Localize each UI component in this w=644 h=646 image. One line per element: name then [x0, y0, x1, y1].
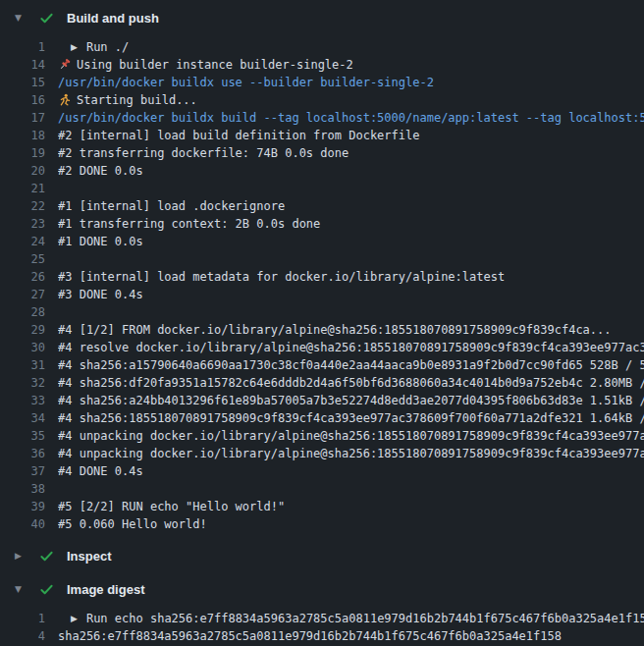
- line-number[interactable]: 39: [0, 498, 45, 515]
- log-line-text: #4 DONE 0.4s: [58, 462, 644, 480]
- line-number[interactable]: 24: [0, 233, 45, 250]
- line-number[interactable]: 25: [0, 250, 45, 268]
- log-line-text: #4 sha256:185518070891758909c9f839cf4ca3…: [58, 409, 644, 427]
- line-number[interactable]: 15: [0, 74, 45, 91]
- line-number[interactable]: 38: [0, 480, 45, 498]
- success-check-icon: [39, 549, 54, 564]
- line-number[interactable]: 31: [0, 356, 45, 374]
- line-number[interactable]: 30: [0, 339, 45, 356]
- log-line: 17 /usr/bin/docker buildx build --tag lo…: [0, 109, 644, 127]
- log-line-text: Using builder instance builder-single-2: [58, 56, 644, 74]
- log-line-text: #1 DONE 0.0s: [58, 233, 644, 250]
- log-line: 25: [0, 250, 644, 268]
- log-line-text: #4 unpacking docker.io/library/alpine@sh…: [58, 427, 644, 445]
- log-line-text: #5 [2/2] RUN echo "Hello world!": [58, 498, 644, 515]
- log-line-text: #4 resolve docker.io/library/alpine@sha2…: [58, 339, 644, 356]
- line-number[interactable]: 37: [0, 462, 45, 480]
- log-line: 28: [0, 303, 644, 321]
- log-line: 20 #2 DONE 0.0s: [0, 162, 644, 180]
- line-number[interactable]: 35: [0, 427, 45, 445]
- section-label: Image digest: [67, 582, 144, 597]
- log-line: 27 #3 DONE 0.4s: [0, 286, 644, 303]
- log-line-text: #2 DONE 0.0s: [58, 162, 644, 180]
- log-line: 18 #2 [internal] load build definition f…: [0, 127, 644, 144]
- log-line-text: [58, 303, 644, 321]
- section-label: Inspect: [67, 549, 112, 564]
- log-line: 21: [0, 180, 644, 197]
- log-line: 33 #4 sha256:a24bb4013296f61e89ba57005a7…: [0, 392, 644, 409]
- success-check-icon: [39, 582, 54, 597]
- line-number[interactable]: 40: [0, 515, 45, 533]
- line-number[interactable]: 20: [0, 162, 45, 180]
- workflow-log-viewer: ▼ Build and push 1 ▶Run ./ 14 Using buil…: [0, 0, 644, 646]
- section-header[interactable]: ▼ Image digest: [0, 576, 644, 602]
- log-section: ▶ Inspect: [0, 543, 644, 568]
- log-line-text: #4 unpacking docker.io/library/alpine@sh…: [58, 445, 644, 462]
- log-line: 34 #4 sha256:185518070891758909c9f839cf4…: [0, 409, 644, 427]
- log-line: 19 #2 transferring dockerfile: 74B 0.0s …: [0, 144, 644, 162]
- log-line-text: #1 [internal] load .dockerignore: [58, 197, 644, 215]
- log-line: 24 #1 DONE 0.0s: [0, 233, 644, 250]
- run-group-toggle-icon[interactable]: ▶: [71, 610, 78, 627]
- log-line-text: #4 sha256:df20fa9351a15782c64e6dddb2d4a6…: [58, 374, 644, 392]
- log-line: 35 #4 unpacking docker.io/library/alpine…: [0, 427, 644, 445]
- log-line-text: #2 transferring dockerfile: 74B 0.0s don…: [58, 144, 644, 162]
- log-line: 29 #4 [1/2] FROM docker.io/library/alpin…: [0, 321, 644, 339]
- log-line: 4 sha256:e7ff8834a5963a2785c5a0811e979d1…: [0, 627, 644, 645]
- section-caret-icon[interactable]: ▼: [15, 585, 27, 594]
- line-number[interactable]: 32: [0, 374, 45, 392]
- log-line-text: #1 transferring context: 2B 0.0s done: [58, 215, 644, 233]
- log-line-text: [58, 180, 644, 197]
- line-number[interactable]: 28: [0, 303, 45, 321]
- run-group-toggle-icon[interactable]: ▶: [71, 38, 78, 56]
- section-header[interactable]: ▼ Build and push: [0, 5, 644, 30]
- line-number[interactable]: 17: [0, 109, 45, 127]
- section-header[interactable]: ▶ Inspect: [0, 543, 644, 568]
- log-line-text: #5 0.060 Hello world!: [58, 515, 644, 533]
- line-number[interactable]: 4: [0, 627, 45, 645]
- log-line-text: ▶Run ./: [58, 38, 644, 56]
- log-line-text: /usr/bin/docker buildx use --builder bui…: [58, 74, 644, 91]
- log-line: 36 #4 unpacking docker.io/library/alpine…: [0, 445, 644, 462]
- line-number[interactable]: 19: [0, 144, 45, 162]
- section-log-lines: 1 ▶Run echo sha256:e7ff8834a5963a2785c5a…: [0, 610, 644, 645]
- line-number[interactable]: 1: [0, 610, 45, 627]
- log-line: 31 #4 sha256:a15790640a6690aa1730c38cf0a…: [0, 356, 644, 374]
- log-line-text: #3 DONE 0.4s: [58, 286, 644, 303]
- log-line-text: #4 sha256:a24bb4013296f61e89ba57005a7b3e…: [58, 392, 644, 409]
- log-line: 1 ▶Run echo sha256:e7ff8834a5963a2785c5a…: [0, 610, 644, 627]
- line-number[interactable]: 1: [0, 38, 45, 56]
- log-line-text: #4 sha256:a15790640a6690aa1730c38cf0a440…: [58, 356, 644, 374]
- line-number[interactable]: 27: [0, 286, 45, 303]
- line-number[interactable]: 33: [0, 392, 45, 409]
- section-log-lines: 1 ▶Run ./ 14 Using builder instance buil…: [0, 38, 644, 533]
- line-number[interactable]: 18: [0, 127, 45, 144]
- log-line: 23 #1 transferring context: 2B 0.0s done: [0, 215, 644, 233]
- log-line: 16 Starting build...: [0, 91, 644, 109]
- line-number[interactable]: 29: [0, 321, 45, 339]
- section-caret-icon[interactable]: ▶: [15, 552, 27, 561]
- log-line-text: #3 [internal] load metadata for docker.i…: [58, 268, 644, 286]
- log-line-text: #2 [internal] load build definition from…: [58, 127, 644, 144]
- line-number[interactable]: 23: [0, 215, 45, 233]
- log-line: 15 /usr/bin/docker buildx use --builder …: [0, 74, 644, 91]
- log-line: 26 #3 [internal] load metadata for docke…: [0, 268, 644, 286]
- log-section: ▼ Image digest 1 ▶Run echo sha256:e7ff88…: [0, 576, 644, 645]
- line-number[interactable]: 16: [0, 91, 45, 109]
- log-line: 37 #4 DONE 0.4s: [0, 462, 644, 480]
- log-line-text: ▶Run echo sha256:e7ff8834a5963a2785c5a08…: [58, 610, 644, 627]
- line-number[interactable]: 26: [0, 268, 45, 286]
- line-number[interactable]: 36: [0, 445, 45, 462]
- log-line: 22 #1 [internal] load .dockerignore: [0, 197, 644, 215]
- log-line-text: [58, 250, 644, 268]
- log-line-text: [58, 480, 644, 498]
- log-line-text: #4 [1/2] FROM docker.io/library/alpine@s…: [58, 321, 644, 339]
- line-number[interactable]: 21: [0, 180, 45, 197]
- log-line-text: /usr/bin/docker buildx build --tag local…: [58, 109, 644, 127]
- line-number[interactable]: 14: [0, 56, 45, 74]
- log-line: 40 #5 0.060 Hello world!: [0, 515, 644, 533]
- line-number[interactable]: 22: [0, 197, 45, 215]
- log-line: 38: [0, 480, 644, 498]
- line-number[interactable]: 34: [0, 409, 45, 427]
- section-caret-icon[interactable]: ▼: [15, 14, 27, 23]
